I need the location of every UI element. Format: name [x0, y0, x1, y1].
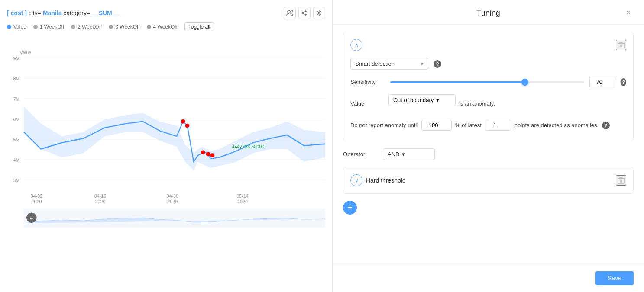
svg-text:2020: 2020 [237, 199, 248, 204]
legend-1weekoff-label: 1 WeekOff [40, 24, 64, 30]
operator-row: Operator AND ▾ [343, 148, 634, 160]
tuning-title: Tuning [353, 9, 623, 18]
detection-type-help-icon[interactable]: ? [434, 60, 441, 68]
svg-rect-33 [618, 179, 624, 183]
svg-point-5 [305, 14, 307, 16]
svg-text:2020: 2020 [32, 199, 42, 204]
latest-percent-input[interactable] [421, 120, 452, 131]
svg-text:4M: 4M [13, 157, 19, 163]
points-detected-text: points are detected as anomalies. [515, 122, 599, 128]
do-not-report-row: Do not report anomaly until % of latest … [350, 120, 626, 131]
tuning-panel: Tuning × ∧ [332, 0, 644, 292]
svg-text:7M: 7M [13, 96, 19, 102]
minimap-bg [24, 209, 325, 228]
add-condition-button[interactable]: + [343, 201, 357, 215]
anomaly-dot-5 [210, 153, 214, 157]
chevron-down-boundary-icon: ▾ [436, 97, 439, 103]
chart-svg: 9M 8M 7M 6M 5M 4M 3M Value [7, 35, 325, 242]
legend-2weekoff: 2 WeekOff [71, 24, 102, 30]
sensitivity-help-icon[interactable]: ? [621, 78, 626, 86]
svg-text:Value: Value [19, 50, 31, 55]
trash-icon [617, 41, 625, 49]
svg-point-4 [302, 12, 304, 14]
svg-text:5M: 5M [13, 137, 19, 142]
out-of-boundary-dropdown[interactable]: Out of boundary ▾ [388, 94, 456, 106]
points-detected-help-icon[interactable]: ? [602, 122, 610, 129]
close-button[interactable]: × [623, 8, 634, 18]
legend-3weekoff-label: 3 WeekOff [115, 24, 139, 30]
trash-hard-icon [617, 176, 625, 184]
anomaly-dot-2 [185, 124, 190, 128]
smart-detection-card-header: ∧ [350, 39, 626, 51]
svg-text:04-02: 04-02 [31, 193, 43, 199]
svg-text:05-14: 05-14 [236, 193, 249, 199]
operator-label: Operator [343, 151, 378, 157]
chevron-down-operator-icon: ▾ [402, 151, 405, 157]
svg-point-1 [291, 10, 293, 12]
smart-detection-card: ∧ Smart detection ▾ [343, 32, 634, 141]
points-count-input[interactable] [485, 120, 511, 131]
share-icon [301, 10, 308, 16]
legend-3weekoff-dot [109, 25, 113, 29]
value-label: Value [350, 100, 385, 107]
legend-3weekoff: 3 WeekOff [109, 24, 139, 30]
legend-4weekoff: 4 WeekOff [147, 24, 178, 30]
svg-point-2 [291, 14, 293, 16]
delete-hard-threshold-button[interactable] [616, 175, 626, 186]
is-anomaly-text: is an anomaly. [459, 100, 495, 107]
sensitivity-label: Sensitivity [350, 79, 385, 85]
hard-threshold-label: Hard threshold [366, 177, 406, 184]
toggle-all-button[interactable]: Toggle all [184, 22, 214, 31]
anomaly-dot-1 [181, 119, 185, 124]
legend-value: Value [7, 24, 26, 30]
chart-icon-btn-2[interactable] [298, 7, 311, 19]
person-share-icon [286, 10, 293, 16]
chart-icon-btn-3[interactable] [313, 7, 325, 19]
svg-point-6 [318, 12, 320, 14]
tuning-footer: Save [333, 264, 644, 292]
chevron-up-icon: ∧ [355, 42, 359, 48]
hard-threshold-card: ∨ Hard threshold [343, 167, 634, 194]
delete-smart-detection-button[interactable] [616, 40, 626, 50]
title-category-value: __SUM__ [92, 10, 119, 16]
svg-text:2020: 2020 [167, 199, 178, 204]
operator-dropdown[interactable]: AND ▾ [383, 148, 435, 160]
tuning-header: Tuning × [333, 0, 644, 25]
chart-container: 9M 8M 7M 6M 5M 4M 3M Value [7, 35, 325, 242]
sensitivity-input[interactable] [589, 77, 615, 87]
detection-type-dropdown[interactable]: Smart detection ▾ [350, 58, 428, 70]
chart-header: [ cost ] city= Manila category= __SUM__ [7, 7, 325, 19]
title-category-label: category= [63, 10, 90, 16]
anomaly-dot-4 [206, 152, 210, 156]
collapse-hard-threshold-button[interactable]: ∨ [350, 174, 362, 186]
operator-value: AND [388, 151, 399, 157]
sensitivity-row: Sensitivity ? [350, 77, 626, 87]
svg-text:4442723.60000: 4442723.60000 [232, 144, 264, 149]
settings-icon [316, 10, 323, 16]
legend-4weekoff-label: 4 WeekOff [153, 24, 178, 30]
anomaly-row: Value Out of boundary ▾ is an anomaly. [350, 94, 626, 113]
chart-title: [ cost ] city= Manila category= __SUM__ [7, 10, 119, 16]
do-not-report-label: Do not report anomaly until [350, 122, 418, 128]
chart-legend: Value 1 WeekOff 2 WeekOff 3 WeekOff 4 We… [7, 22, 325, 31]
confidence-band [24, 107, 325, 170]
title-city-value: Manila [43, 10, 62, 16]
svg-point-0 [288, 10, 290, 13]
legend-2weekoff-dot [71, 25, 75, 29]
chevron-down-icon: ▾ [421, 61, 424, 67]
collapse-smart-detection-button[interactable]: ∧ [350, 39, 362, 51]
chart-area: [ cost ] city= Manila category= __SUM__ [0, 0, 332, 292]
legend-1weekoff: 1 WeekOff [33, 24, 64, 30]
save-button[interactable]: Save [595, 271, 634, 285]
legend-value-label: Value [13, 24, 26, 30]
chart-icon-btn-1[interactable] [284, 7, 296, 19]
title-bracket-open: [ cost ] [7, 10, 27, 16]
sensitivity-slider[interactable] [390, 81, 584, 83]
svg-text:9M: 9M [13, 56, 19, 61]
title-city-label: city= [29, 10, 41, 16]
anomaly-dot-3 [201, 150, 205, 154]
svg-text:6M: 6M [13, 117, 19, 122]
chart-icons [284, 7, 325, 19]
svg-text:8M: 8M [13, 76, 19, 81]
legend-4weekoff-dot [147, 25, 151, 29]
